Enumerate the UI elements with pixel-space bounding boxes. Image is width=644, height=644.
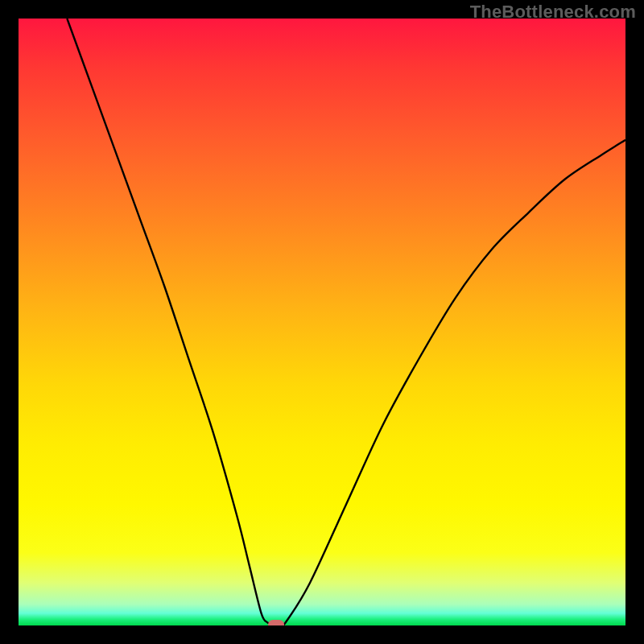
plot-area (19, 19, 625, 625)
bottleneck-curve (19, 19, 625, 625)
optimum-marker (268, 620, 284, 625)
watermark-text: TheBottleneck.com (470, 2, 636, 23)
chart-frame: TheBottleneck.com (0, 0, 644, 644)
curve-path (67, 19, 625, 625)
